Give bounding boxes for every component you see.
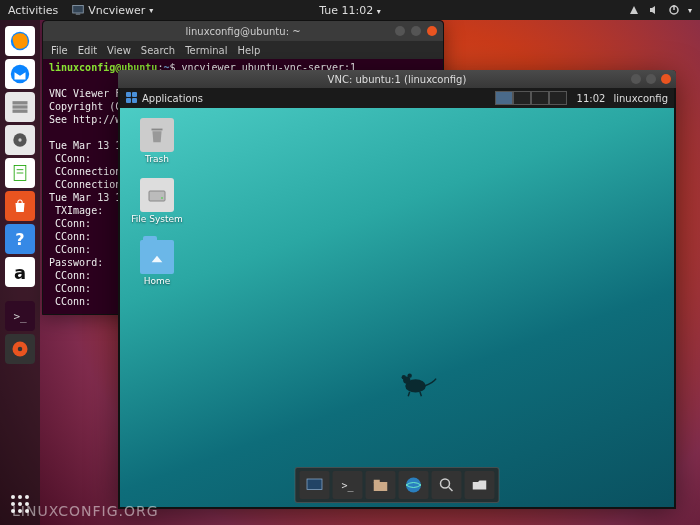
dock-app-rhythmbox[interactable] — [5, 125, 35, 155]
chevron-down-icon: ▾ — [688, 6, 692, 15]
minimize-button[interactable] — [395, 26, 405, 36]
activities-button[interactable]: Activities — [8, 4, 58, 17]
xf-dock-browser[interactable] — [399, 471, 429, 499]
vnc-titlebar[interactable]: VNC: ubuntu:1 (linuxconfig) — [118, 70, 676, 88]
xfce-clock[interactable]: 11:02 — [577, 93, 606, 104]
volume-icon — [648, 4, 660, 16]
svg-line-30 — [449, 487, 453, 491]
close-button[interactable] — [427, 26, 437, 36]
topbar-clock[interactable]: Tue 11:02 ▾ — [319, 4, 381, 17]
icon-label: Home — [144, 276, 171, 286]
xf-dock-directory[interactable] — [465, 471, 495, 499]
dock-app-files[interactable] — [5, 92, 35, 122]
xf-dock-appfinder[interactable] — [432, 471, 462, 499]
menu-view[interactable]: View — [107, 45, 131, 56]
xfce-mouse-logo — [395, 368, 439, 398]
amazon-icon: a — [14, 262, 26, 283]
terminal-titlebar[interactable]: linuxconfig@ubuntu: ~ — [43, 21, 443, 41]
gnome-top-bar: Activities Vncviewer ▾ Tue 11:02 ▾ ▾ — [0, 0, 700, 20]
search-icon — [438, 476, 456, 494]
vnc-title: VNC: ubuntu:1 (linuxconfig) — [328, 74, 467, 85]
desktop-icon-filesystem[interactable]: File System — [130, 178, 184, 224]
dock-app-writer[interactable] — [5, 158, 35, 188]
chevron-down-icon: ▾ — [149, 6, 153, 15]
svg-rect-17 — [149, 191, 165, 201]
svg-rect-0 — [73, 6, 84, 14]
apps-grid-icon — [126, 92, 138, 104]
icon-label: File System — [131, 214, 182, 224]
maximize-button[interactable] — [411, 26, 421, 36]
svg-point-29 — [441, 479, 450, 488]
menu-help[interactable]: Help — [237, 45, 260, 56]
dock-app-thunderbird[interactable] — [5, 59, 35, 89]
svg-point-28 — [406, 478, 421, 493]
terminal-menubar: File Edit View Search Terminal Help — [43, 41, 443, 59]
dock-app-settings[interactable] — [5, 334, 35, 364]
svg-rect-6 — [13, 101, 28, 104]
globe-icon — [404, 475, 424, 495]
dock-app-help[interactable]: ? — [5, 224, 35, 254]
xfce-user-button[interactable]: linuxconfig — [613, 93, 668, 104]
svg-rect-26 — [374, 482, 388, 491]
workspace-switcher[interactable] — [495, 91, 567, 105]
menu-search[interactable]: Search — [141, 45, 175, 56]
gear-icon — [11, 340, 29, 358]
menu-file[interactable]: File — [51, 45, 68, 56]
folder-icon — [372, 477, 390, 493]
svg-rect-16 — [152, 129, 163, 131]
terminal-icon: >_ — [13, 310, 26, 323]
maximize-button[interactable] — [646, 74, 656, 84]
network-icon — [628, 4, 640, 16]
shopping-bag-icon — [11, 197, 29, 215]
dock-app-firefox[interactable] — [5, 26, 35, 56]
svg-rect-25 — [307, 479, 322, 490]
svg-rect-27 — [374, 480, 380, 483]
svg-point-15 — [18, 347, 23, 352]
svg-point-22 — [407, 373, 411, 377]
svg-point-18 — [161, 197, 163, 199]
vnc-remote-desktop[interactable]: Applications 11:02 linuxconfig Trash — [120, 88, 674, 507]
folder-open-icon — [471, 477, 489, 493]
workspace-2[interactable] — [513, 91, 531, 105]
menu-edit[interactable]: Edit — [78, 45, 97, 56]
thunderbird-icon — [9, 63, 31, 85]
document-icon — [10, 163, 30, 183]
menu-terminal[interactable]: Terminal — [185, 45, 227, 56]
help-icon: ? — [15, 230, 24, 249]
watermark: LINUXCONFIG.ORG — [12, 503, 159, 519]
icon-label: Trash — [145, 154, 169, 164]
topbar-app-menu[interactable]: Vncviewer ▾ — [72, 4, 153, 17]
vncviewer-icon — [72, 4, 84, 16]
xfce-bottom-dock: >_ — [295, 467, 500, 503]
drive-icon — [140, 178, 174, 212]
terminal-icon: >_ — [341, 480, 353, 491]
svg-point-5 — [11, 65, 29, 83]
minimize-button[interactable] — [631, 74, 641, 84]
ubuntu-dock: ? a >_ — [0, 20, 40, 525]
vnc-window: VNC: ubuntu:1 (linuxconfig) Applications — [118, 70, 676, 509]
close-button[interactable] — [661, 74, 671, 84]
xf-dock-filemanager[interactable] — [366, 471, 396, 499]
desktop-icon-trash[interactable]: Trash — [130, 118, 184, 164]
dock-app-terminal[interactable]: >_ — [5, 301, 35, 331]
workspace-1[interactable] — [495, 91, 513, 105]
workspace-3[interactable] — [531, 91, 549, 105]
workspace-4[interactable] — [549, 91, 567, 105]
xfce-top-panel: Applications 11:02 linuxconfig — [120, 88, 674, 108]
music-icon — [10, 130, 30, 150]
terminal-title: linuxconfig@ubuntu: ~ — [185, 26, 300, 37]
xfce-desktop[interactable]: Trash File System Home — [120, 108, 674, 507]
svg-line-23 — [408, 392, 409, 396]
xf-dock-show-desktop[interactable] — [300, 471, 330, 499]
folder-icon — [140, 240, 174, 274]
xf-dock-terminal[interactable]: >_ — [333, 471, 363, 499]
svg-point-10 — [18, 138, 21, 141]
dock-app-amazon[interactable]: a — [5, 257, 35, 287]
topbar-system-menu[interactable]: ▾ — [628, 4, 692, 16]
dock-app-software[interactable] — [5, 191, 35, 221]
firefox-icon — [9, 30, 31, 52]
svg-rect-7 — [13, 105, 28, 108]
xfce-applications-menu[interactable]: Applications — [126, 92, 203, 104]
desktop-icon-home[interactable]: Home — [130, 240, 184, 286]
trash-icon — [140, 118, 174, 152]
